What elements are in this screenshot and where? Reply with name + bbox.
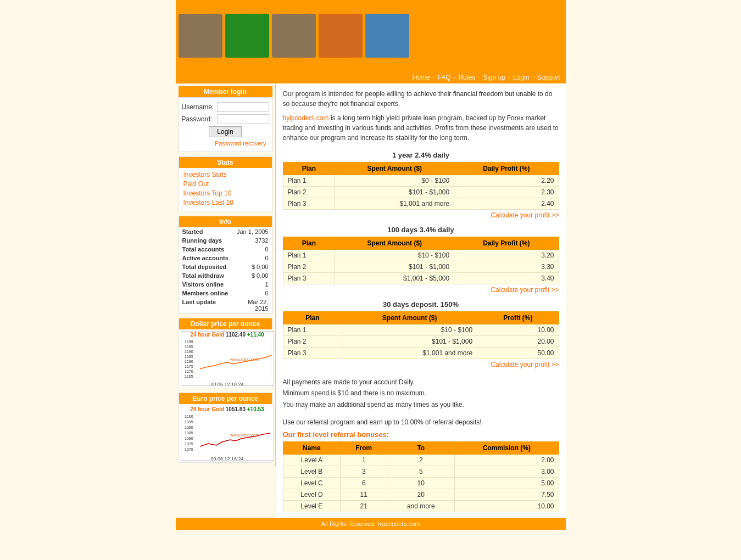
nav-login[interactable]: Login [513,74,529,81]
info-last-update: Last update Mar 22, 2015 [179,298,272,313]
info-last-update-label: Last update [179,298,232,313]
info-members-online-label: Members online [179,289,232,298]
login-button-row: Login [182,126,269,137]
stats-paid-out[interactable]: Paid Out [183,180,268,188]
stats-header: Stats [179,157,272,168]
info-visitors-online-label: Visitors online [179,280,232,289]
commission-cell: 7.50 [455,489,559,501]
intro-line1: Our program is intended for people willi… [283,89,559,109]
intro-line2: hyipcoders.com is a long term high yield… [283,113,559,143]
intro-text: Our program is intended for people willi… [283,89,559,143]
plan-cell: Plan 3 [283,198,335,210]
svg-text:1195: 1195 [185,345,193,349]
password-input[interactable] [217,114,269,124]
username-label: Username: [182,103,217,111]
info-total-withdraw: Total withdraw $ 0.00 [179,271,272,280]
name-cell: Level E [283,501,341,512]
info-section: Info Started Jan 1, 2005 Running days 37… [179,216,272,313]
dollar-chart-title: 24 hour Gold 1102.40 +11.40 [181,332,274,338]
info-total-deposited-value: $ 0.00 [232,262,272,271]
svg-text:1070: 1070 [185,447,193,451]
dollar-chart-svg: 1199 1195 1190 1185 1180 1175 1170 1165 [181,339,274,380]
stats-investors-stats[interactable]: Investors Stats [183,171,268,178]
table-row: Plan 1$10 - $1003.20 [283,250,559,261]
commission-cell: 5.00 [455,478,559,489]
name-cell: Level B [283,466,341,478]
table-row: Plan 2$101 - $1,0003.30 [283,261,559,273]
ref-col-name: Name [283,442,341,455]
plan3-calc-link-anchor[interactable]: Calculate your profit >> [491,361,559,368]
to-cell: 20 [387,489,455,501]
amount-cell: $10 - $100 [342,324,477,336]
nav-faq[interactable]: FAQ [438,74,451,81]
nav-support[interactable]: Support [537,74,560,81]
info-running-days-value: 3732 [232,236,272,245]
profit-cell: 3.40 [454,273,559,284]
dollar-gold-chart: 24 hour Gold 1102.40 +11.40 1199 1195 11… [179,329,272,388]
plan-cell: Plan 1 [283,250,335,261]
table-row: Plan 3$1,001 and more2.40 [283,198,559,210]
header-image-3 [272,14,316,58]
to-cell: 10 [387,478,455,489]
dollar-gold-chart-inner: 24 hour Gold 1102.40 +11.40 1199 1195 11… [181,331,274,386]
plan-cell: Plan 1 [283,175,335,187]
ref-col-commission: Commision (%) [455,442,559,455]
footer-text: All Rights Reserved. [321,520,376,527]
ref-col-from: From [341,442,387,455]
nav-signup[interactable]: Sign up [483,74,505,81]
stats-links: Investors Stats Paid Out Investors Top 1… [179,168,272,211]
payment-line3: You may make an additional spend as many… [283,399,559,410]
info-active-accounts: Active accounts 0 [179,254,272,262]
info-table: Started Jan 1, 2005 Running days 3732 To… [179,227,272,313]
plan2-title: 100 days 3.4% daily [283,226,559,234]
password-recovery-link[interactable]: Password recovery [215,140,266,147]
table-row: Level B353.00 [283,466,559,478]
table-row: Plan 1$10 - $10010.00 [283,324,559,336]
euro-chart-svg: 1100 1095 1090 1085 1080 1075 1070 www.k… [181,413,274,455]
plan1-col-amount: Spent Amount ($) [335,163,454,175]
plan2-calc-link-anchor[interactable]: Calculate your profit >> [491,286,559,294]
referral-table: Name From To Commision (%) Level A122.00… [283,441,559,512]
username-input[interactable] [217,102,269,112]
nav-rules[interactable]: Rules [459,74,476,81]
amount-cell: $1,001 and more [342,348,477,359]
footer: All Rights Reserved. hyipcoders.com [176,518,566,530]
table-row: Plan 3$1,001 - $5,0003.40 [283,273,559,284]
amount-cell: $101 - $1,000 [335,261,454,273]
footer-link[interactable]: hyipcoders.com [377,520,420,527]
payment-line2: Minimum spend is $10 and there is no max… [283,388,559,399]
plan2-table: Plan Spent Amount ($) Daily Profit (%) P… [283,237,559,284]
plan3-col-plan: Plan [283,312,342,324]
plan-cell: Plan 3 [283,348,342,359]
plan2-col-profit: Daily Profit (%) [454,237,559,250]
site-link[interactable]: hyipcoders.com [283,114,329,122]
header-image-1 [179,14,222,58]
plan1-calc-link-anchor[interactable]: Calculate your profit >> [491,211,559,219]
amount-cell: $0 - $100 [335,175,454,187]
nav-home[interactable]: Home [413,74,430,81]
nav-bar: Home · FAQ · Rules · Sign up · Login · S… [176,71,566,83]
amount-cell: $10 - $100 [335,250,454,261]
header [176,0,566,71]
stats-investors-last10[interactable]: Investors Last 10 [183,199,268,206]
from-cell: 6 [341,478,387,489]
header-image-5 [365,14,409,58]
plan2-col-plan: Plan [283,237,335,250]
table-row: Plan 3$1,001 and more50.00 [283,348,559,359]
svg-text:1170: 1170 [185,369,193,373]
name-cell: Level C [283,478,341,489]
plan3-table: Plan Spent Amount ($) Profit (%) Plan 1$… [283,311,559,359]
info-active-accounts-value: 0 [232,254,272,262]
stats-investors-top10[interactable]: Investors Top 10 [183,189,268,197]
table-row: Level E21and more10.00 [283,501,559,512]
dollar-gold-section: Dollar price per ounce 24 hour Gold 1102… [179,318,272,388]
plan-cell: Plan 1 [283,324,342,336]
plan3-col-amount: Spent Amount ($) [342,312,477,324]
login-button[interactable]: Login [209,126,241,137]
svg-text:1080: 1080 [185,436,193,440]
euro-gold-chart: 24 hour Gold 1051.83 +10.53 1100 1095 10… [179,404,272,462]
euro-chart-title: 24 hour Gold 1051.83 +10.53 [181,406,274,412]
member-login-panel: Username: Password: Login Password recov… [179,97,272,152]
referral-text: Use our referral program and earn up to … [283,418,559,426]
sidebar: Member login Username: Password: Login P [176,83,276,466]
